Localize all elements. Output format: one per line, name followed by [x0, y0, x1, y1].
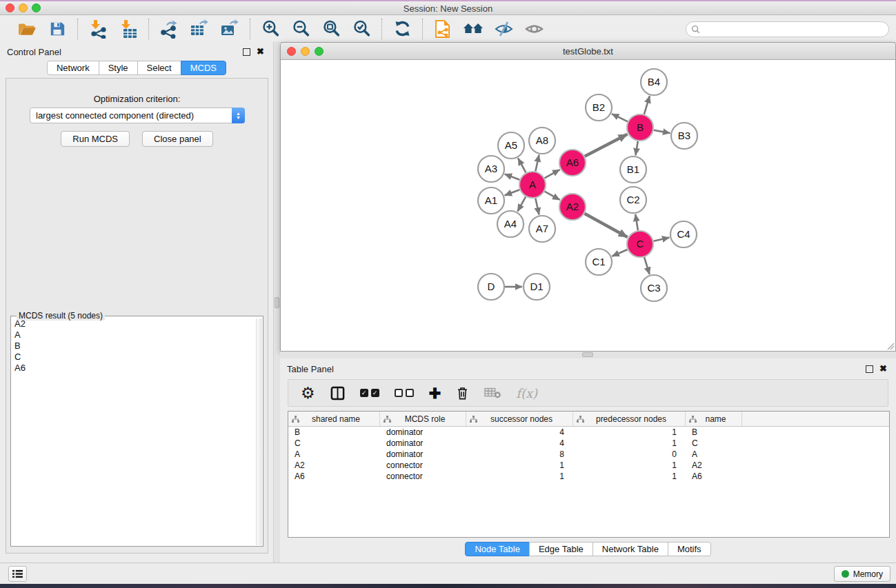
- import-network-icon[interactable]: [88, 19, 108, 39]
- window-resize-grip[interactable]: [886, 342, 895, 350]
- criterion-select[interactable]: largest connected component (directed) ▲…: [30, 108, 245, 123]
- graph-node-A[interactable]: A: [519, 172, 546, 198]
- refresh-icon[interactable]: [392, 19, 412, 39]
- zoom-out-icon[interactable]: [290, 19, 311, 39]
- tab-mcds[interactable]: MCDS: [181, 61, 226, 75]
- vertical-split-divider[interactable]: [274, 41, 280, 564]
- tab-motifs[interactable]: Motifs: [668, 542, 711, 556]
- graph-node-C2[interactable]: C2: [620, 187, 646, 213]
- column-header-predecessor-nodes[interactable]: predecessor nodes: [573, 412, 686, 426]
- graph-node-B[interactable]: B: [627, 114, 653, 141]
- graph-node-A6[interactable]: A6: [559, 150, 586, 176]
- graph-edge-A-A1[interactable]: [505, 190, 520, 195]
- float-panel-icon[interactable]: [243, 48, 250, 56]
- graph-node-B2[interactable]: B2: [586, 94, 612, 121]
- graph-node-A7[interactable]: A7: [529, 216, 555, 242]
- graph-edge-A-A4[interactable]: [517, 196, 526, 211]
- column-header-successor-nodes[interactable]: successor nodes: [466, 412, 573, 426]
- graph-node-A1[interactable]: A1: [478, 187, 504, 214]
- export-table-icon[interactable]: [189, 19, 210, 39]
- show-graphics-details-icon[interactable]: [524, 19, 544, 39]
- add-column-icon[interactable]: ✚: [429, 386, 441, 401]
- save-session-icon[interactable]: [47, 19, 68, 39]
- search-input[interactable]: [703, 25, 888, 34]
- close-panel-icon[interactable]: ✖: [879, 363, 887, 374]
- graph-node-A2[interactable]: A2: [559, 194, 586, 220]
- graph-node-A8[interactable]: A8: [529, 128, 555, 154]
- column-selector-icon[interactable]: [330, 386, 345, 401]
- home-icon[interactable]: [463, 19, 484, 39]
- graph-edge-A-A8[interactable]: [535, 155, 539, 172]
- import-table-icon[interactable]: [118, 19, 139, 39]
- graph-edge-C-C4[interactable]: [654, 238, 670, 241]
- export-image-icon[interactable]: [219, 19, 240, 39]
- tab-select[interactable]: Select: [137, 61, 181, 75]
- column-header-shared-name[interactable]: shared name: [288, 412, 380, 426]
- graph-edge-A6-B[interactable]: [585, 134, 628, 156]
- graph-edge-A-A6[interactable]: [545, 170, 560, 178]
- graph-node-B4[interactable]: B4: [641, 69, 667, 95]
- node-table[interactable]: shared nameMCDS rolesuccessor nodesprede…: [288, 411, 890, 538]
- network-canvas[interactable]: B4B2BB3A8A5A6A3B1AC2A1A2A4A7C4CC1DD1C3: [281, 60, 895, 351]
- tab-network-table[interactable]: Network Table: [593, 542, 668, 556]
- graph-node-C1[interactable]: C1: [586, 249, 612, 275]
- delete-column-icon[interactable]: [456, 385, 469, 401]
- result-item-a[interactable]: A: [12, 330, 255, 341]
- graph-node-C4[interactable]: C4: [670, 221, 697, 247]
- table-row-B[interactable]: Bdominator41B: [288, 427, 889, 438]
- graph-node-C3[interactable]: C3: [641, 275, 667, 301]
- column-header-MCDS-role[interactable]: MCDS role: [380, 412, 466, 426]
- result-item-a6[interactable]: A6: [12, 363, 255, 374]
- graph-edge-C-C2[interactable]: [635, 214, 638, 231]
- memory-button[interactable]: Memory: [834, 566, 890, 582]
- task-history-button[interactable]: [8, 566, 27, 582]
- graph-node-B1[interactable]: B1: [620, 156, 646, 183]
- graph-node-A5[interactable]: A5: [498, 132, 524, 159]
- close-panel-button[interactable]: Close panel: [142, 131, 213, 147]
- graph-edge-A-A2[interactable]: [545, 192, 560, 200]
- network-document-icon[interactable]: [432, 19, 453, 39]
- table-settings-icon[interactable]: ⚙: [301, 385, 315, 401]
- float-panel-icon[interactable]: [866, 365, 873, 373]
- search-field[interactable]: [686, 21, 889, 37]
- tab-node-table[interactable]: Node Table: [465, 542, 530, 556]
- tab-style[interactable]: Style: [99, 61, 138, 75]
- hide-graphics-details-icon[interactable]: [493, 19, 514, 39]
- graph-edge-A-A7[interactable]: [535, 199, 539, 215]
- select-all-checkboxes-icon[interactable]: ✓✓: [360, 389, 379, 397]
- tab-network[interactable]: Network: [47, 61, 99, 75]
- graph-edge-C-C3[interactable]: [644, 257, 650, 274]
- table-row-A2[interactable]: A2connector11A2: [288, 460, 889, 471]
- graph-edge-B-B4[interactable]: [644, 96, 650, 114]
- export-network-icon[interactable]: [159, 19, 179, 39]
- horizontal-split-divider[interactable]: [280, 352, 896, 358]
- close-panel-icon[interactable]: ✖: [257, 46, 264, 57]
- graph-edge-C-C1[interactable]: [612, 250, 627, 256]
- graph-node-D1[interactable]: D1: [524, 274, 550, 300]
- table-row-A6[interactable]: A6connector11A6: [288, 471, 889, 482]
- result-item-a2[interactable]: A2: [12, 318, 255, 330]
- graph-edge-B-B3[interactable]: [654, 130, 670, 133]
- result-list-scrollbar[interactable]: [256, 318, 262, 545]
- zoom-in-icon[interactable]: [260, 19, 281, 39]
- table-row-A[interactable]: Adominator80A: [288, 449, 889, 460]
- run-mcds-button[interactable]: Run MCDS: [61, 131, 130, 147]
- network-graph[interactable]: B4B2BB3A8A5A6A3B1AC2A1A2A4A7C4CC1DD1C3: [281, 60, 895, 351]
- tab-edge-table[interactable]: Edge Table: [529, 542, 593, 556]
- network-window-titlebar[interactable]: testGlobe.txt: [281, 43, 895, 60]
- window-titlebar[interactable]: Session: New Session: [0, 1, 896, 15]
- zoom-selected-icon[interactable]: [351, 19, 372, 39]
- graph-edge-A-A5[interactable]: [518, 158, 526, 172]
- graph-edge-A-A3[interactable]: [505, 174, 520, 180]
- graph-edge-B-B1[interactable]: [635, 141, 637, 156]
- graph-node-A4[interactable]: A4: [497, 211, 524, 237]
- mcds-result-list[interactable]: A2ABCA6: [12, 318, 255, 545]
- graph-node-A3[interactable]: A3: [478, 156, 504, 182]
- result-item-c[interactable]: C: [12, 352, 255, 363]
- deselect-all-checkboxes-icon[interactable]: [395, 389, 414, 397]
- divider-grip[interactable]: [275, 297, 279, 308]
- graph-node-C[interactable]: C: [627, 231, 653, 257]
- column-header-name[interactable]: name: [686, 412, 742, 426]
- open-session-icon[interactable]: [17, 19, 37, 39]
- table-row-C[interactable]: Cdominator41C: [288, 438, 889, 449]
